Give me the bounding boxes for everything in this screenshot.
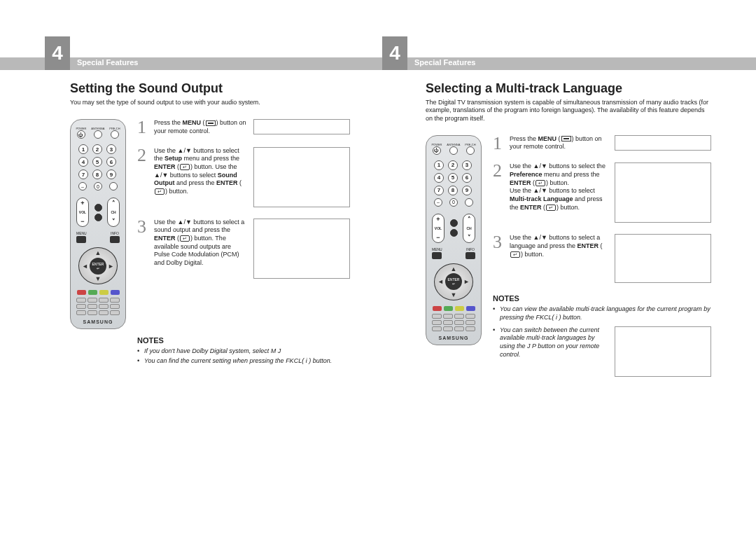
remote-numpad: 1 2 3 4 5 6 7 8 9 [434,160,473,195]
grid-btn [99,310,108,315]
enter-button: ENTER↵ [445,273,462,290]
grid-btn [443,326,453,331]
grid-btn [454,326,464,331]
antenna-icon [449,146,458,155]
grid-btn [432,326,442,331]
menu-label: MENU [76,231,87,235]
green-button-icon [88,290,97,295]
vol-rocker: +VOL− [76,198,89,227]
step-number: 1 [137,119,150,135]
grid-btn [99,298,108,303]
grid-btn [88,304,97,309]
ch-rocker: ˄CH˅ [463,214,475,243]
grid-btn [76,304,86,309]
nav-left-icon: ◄ [82,263,88,270]
num-1: 1 [434,160,444,170]
step-number: 2 [137,147,150,163]
mid-icon [94,214,102,221]
num-extra [465,198,473,207]
screenshot-placeholder [615,162,711,223]
step-number: 3 [137,219,150,235]
num-1: 1 [78,144,88,154]
note-item: If you don't have Dolby Digital system, … [137,347,350,356]
menu-button-icon [76,236,86,243]
num-3: 3 [462,160,472,170]
nav-down-icon: ▼ [451,291,457,298]
power-icon: ⏻ [433,146,441,155]
step-text: Press the MENU () button on your remote … [154,119,249,135]
grid-btn [110,298,120,303]
nav-right-icon: ► [463,278,470,285]
grid-btn [432,320,442,325]
info-button-icon [465,252,475,259]
num-2: 2 [448,160,458,170]
info-label: INFO [111,231,119,235]
grid-btn [432,314,442,319]
antenna-icon [94,130,102,139]
blue-button-icon [466,306,475,311]
mute-icon [94,204,102,212]
blue-button-icon [111,290,120,295]
menu-icon [561,136,571,141]
grid-btn [454,320,464,325]
grid-btn [465,314,475,319]
num-5: 5 [92,157,102,167]
num-7: 7 [434,186,444,195]
ch-rocker: ˄CH˅ [107,198,120,227]
enter-icon [180,164,190,170]
left-page: Setting the Sound Output You may set the… [0,81,378,377]
enter-icon [546,205,556,211]
enter-icon [180,235,190,242]
num-6: 6 [106,157,116,167]
step-3-left: 3 Use the ▲/▼ buttons to select a sound … [137,219,350,279]
menu-button-icon [432,252,442,259]
screenshot-placeholder [615,135,711,151]
green-button-icon [444,306,453,311]
yellow-button-icon [99,290,108,295]
power-icon: ⏻ [77,130,85,139]
num-4: 4 [434,173,444,183]
grid-btn [465,320,475,325]
remote-numpad: 1 2 3 4 5 6 7 8 9 [78,144,118,179]
mute-icon [450,219,458,227]
step-3-right: 3 Use the ▲/▼ buttons to select a langua… [493,234,711,283]
grid-btn [454,314,464,319]
num-8: 8 [92,169,102,179]
screenshot-placeholder [615,234,711,283]
step-number: 2 [493,162,505,179]
info-label: INFO [466,247,475,251]
step-text: Use the ▲/▼ buttons to select a sound ou… [154,219,249,268]
info-button-icon [110,236,120,243]
num-dash: – [78,182,87,191]
section-title-left: Setting the Sound Output [70,81,350,96]
nav-ring: ▲ ▼ ◄ ► ENTER↵ [78,247,118,284]
step-number: 1 [493,135,505,151]
notes-left: NOTES If you don't have Dolby Digital sy… [137,336,350,365]
notes-right: NOTES You can view the available multi-t… [493,294,711,376]
prech-icon [111,130,119,139]
notes-heading: NOTES [493,294,711,303]
section-title-right: Selecting a Multi-track Language [426,81,711,96]
mid-icon [450,229,458,237]
remote-brand: SAMSUNG [439,335,469,340]
step-2-left: 2 Use the ▲/▼ buttons to select the Setu… [137,147,350,207]
notes-heading: NOTES [137,336,350,345]
note-item: You can find the current setting when pr… [137,357,350,366]
grid-btn [443,320,453,325]
grid-btn [110,310,120,315]
nav-right-icon: ► [108,263,114,270]
num-7: 7 [78,169,88,179]
chapter-number-right: 4 [382,36,407,70]
num-9: 9 [462,186,472,195]
num-2: 2 [92,144,102,154]
prech-icon [466,146,475,155]
num-4: 4 [78,157,88,167]
grid-btn [88,298,97,303]
red-button-icon [77,290,86,295]
num-8: 8 [448,186,458,195]
screenshot-placeholder [253,147,350,207]
right-page: Selecting a Multi-track Language The Dig… [378,81,756,377]
step-text: Use the ▲/▼ buttons to select the Prefer… [510,162,610,212]
remote-brand: SAMSUNG [83,319,113,324]
num-6: 6 [462,173,472,183]
